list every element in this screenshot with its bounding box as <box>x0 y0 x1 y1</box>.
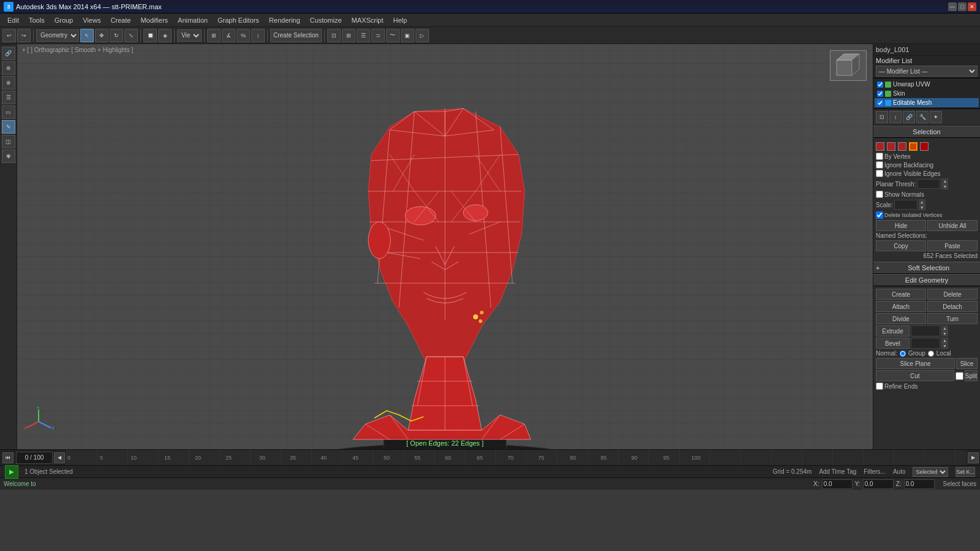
minimize-button[interactable]: — <box>948 2 957 11</box>
x-coord-input[interactable] <box>822 479 853 489</box>
angle-snap-button[interactable]: ∡ <box>222 29 235 42</box>
hierarchy-panel-btn[interactable]: 🔗 <box>903 111 915 123</box>
turn-button[interactable]: Turn <box>927 313 978 324</box>
detach-button[interactable]: Detach <box>927 301 978 312</box>
create-panel-btn[interactable]: ✦ <box>930 111 942 123</box>
extrude-button[interactable]: Extrude <box>876 325 910 336</box>
schematic-button[interactable]: ⊃ <box>371 29 385 42</box>
mirror-button[interactable]: ⊡ <box>327 29 341 42</box>
bevel-button[interactable]: Bevel <box>876 338 910 349</box>
create-selection-button[interactable]: Create Selection <box>270 29 322 42</box>
extrude-value-input[interactable]: 0.0m <box>911 325 940 336</box>
by-vertex-checkbox[interactable] <box>876 153 883 160</box>
bevel-spinner[interactable]: ▲▼ <box>941 338 948 349</box>
object-name-field[interactable]: body_L001 <box>873 44 980 56</box>
select-by-name-button[interactable]: ☰ <box>2 91 15 104</box>
edit-geometry-header[interactable]: Edit Geometry <box>873 274 980 286</box>
soft-selection-expand[interactable]: + <box>876 264 879 272</box>
modifier-list-dropdown[interactable]: — Modifier List — <box>876 66 978 77</box>
spinner-snap-button[interactable]: ↕ <box>251 29 265 42</box>
refine-ends-checkbox[interactable] <box>876 382 883 390</box>
copy-button[interactable]: Copy <box>876 240 926 251</box>
select-rotate-button[interactable]: ↻ <box>110 29 123 42</box>
select-scale-button[interactable]: ⤡ <box>124 29 138 42</box>
delete-isolated-checkbox[interactable] <box>876 211 883 219</box>
redo-button[interactable]: ↪ <box>17 29 31 42</box>
window-crossing-button[interactable]: ◫ <box>2 135 15 148</box>
set-key-button[interactable]: Set K... <box>955 467 975 477</box>
paint-select-button[interactable]: ✎ <box>2 120 15 134</box>
menu-animation[interactable]: Animation <box>173 15 213 25</box>
scale-spinner[interactable]: ▲▼ <box>919 199 925 210</box>
menu-edit[interactable]: Edit <box>2 15 24 25</box>
curve-editor-button[interactable]: 〜 <box>386 29 400 42</box>
bind-to-space-button[interactable]: ⊕ <box>2 76 15 89</box>
unhide-all-button[interactable]: Unhide All <box>927 220 978 231</box>
menu-tools[interactable]: Tools <box>24 15 50 25</box>
select-move-button[interactable]: ✥ <box>95 29 108 42</box>
menu-rendering[interactable]: Rendering <box>264 15 305 25</box>
polygon-sel-btn[interactable] <box>909 142 917 151</box>
bevel-value-input[interactable]: 0.0m <box>911 338 940 349</box>
unlink-button[interactable]: ⊗ <box>2 61 15 75</box>
vertex-sel-btn[interactable] <box>876 142 884 151</box>
play-button[interactable]: ▶ <box>5 465 18 479</box>
motion-panel-btn[interactable]: ↕ <box>889 111 902 123</box>
select-tool-button[interactable]: ↖ <box>80 29 94 42</box>
menu-help[interactable]: Help <box>389 15 412 25</box>
menu-customize[interactable]: Customize <box>305 15 347 25</box>
split-checkbox[interactable] <box>955 372 963 380</box>
divide-button[interactable]: Divide <box>876 313 926 324</box>
selection-filter-select[interactable]: Geometry <box>36 29 79 42</box>
modifier-unwrap-uvw[interactable]: Unwrap UVW <box>875 80 979 89</box>
menu-modifiers[interactable]: Modifiers <box>135 15 173 25</box>
rect-select-button[interactable]: ▭ <box>2 105 15 119</box>
slice-button[interactable]: Slice <box>956 358 978 369</box>
face-sel-btn[interactable] <box>898 142 906 151</box>
layer-manager-button[interactable]: ☰ <box>357 29 370 42</box>
quick-render-button[interactable]: ▷ <box>416 29 429 42</box>
create-geometry-button[interactable]: Create <box>876 289 926 300</box>
planar-thresh-input[interactable]: 15.0 <box>917 179 940 189</box>
ignore-backfacing-checkbox[interactable] <box>876 161 883 169</box>
element-sel-btn[interactable] <box>920 142 929 151</box>
menu-create[interactable]: Create <box>105 15 135 25</box>
align-button[interactable]: ⊞ <box>342 29 355 42</box>
utility-panel-btn[interactable]: 🔧 <box>916 111 929 123</box>
normal-local-radio[interactable] <box>928 351 934 357</box>
freeform-button[interactable]: ✾ <box>2 150 15 163</box>
menu-views[interactable]: Views <box>78 15 105 25</box>
split-button[interactable]: Split <box>965 370 978 381</box>
editable-mesh-visible-toggle[interactable] <box>877 100 883 106</box>
modifier-editable-mesh[interactable]: Editable Mesh <box>875 98 979 107</box>
snap-toggle-button[interactable]: ⊞ <box>207 29 221 42</box>
timeline-rewind-button[interactable]: ⏮ <box>2 452 13 463</box>
maximize-button[interactable]: □ <box>958 2 967 11</box>
close-button[interactable]: ✕ <box>968 2 976 11</box>
unwrap-uvw-visible-toggle[interactable] <box>877 82 883 88</box>
modifier-skin[interactable]: Skin <box>875 89 979 98</box>
view-select[interactable]: View <box>177 29 202 42</box>
render-frame-button[interactable]: ▣ <box>401 29 414 42</box>
timeline-collapse-button[interactable]: ▶ <box>968 452 979 463</box>
paste-button[interactable]: Paste <box>927 240 978 251</box>
delete-geometry-button[interactable]: Delete <box>927 289 978 300</box>
selection-section-header[interactable]: Selection <box>873 126 980 138</box>
filters-label[interactable]: Filters... <box>864 468 886 475</box>
menu-group[interactable]: Group <box>50 15 78 25</box>
viewport[interactable]: + [ ] Orthographic [ Smooth + Highlights… <box>17 44 873 449</box>
attach-button[interactable]: Attach <box>876 301 926 312</box>
percent-snap-button[interactable]: % <box>237 29 250 42</box>
y-coord-input[interactable] <box>863 479 894 489</box>
skin-visible-toggle[interactable] <box>877 91 883 97</box>
normal-group-radio[interactable] <box>900 351 906 357</box>
undo-button[interactable]: ↩ <box>2 29 16 42</box>
add-time-tag-label[interactable]: Add Time Tag <box>819 468 856 475</box>
menu-maxscript[interactable]: MAXScript <box>347 15 389 25</box>
link-button[interactable]: 🔗 <box>2 47 15 60</box>
cut-button[interactable]: Cut <box>876 370 954 381</box>
z-coord-input[interactable] <box>904 479 935 489</box>
show-normals-checkbox[interactable] <box>876 191 883 198</box>
soft-selection-header[interactable]: + Soft Selection <box>873 262 980 274</box>
planar-thresh-spinner[interactable]: ▲▼ <box>941 178 948 189</box>
